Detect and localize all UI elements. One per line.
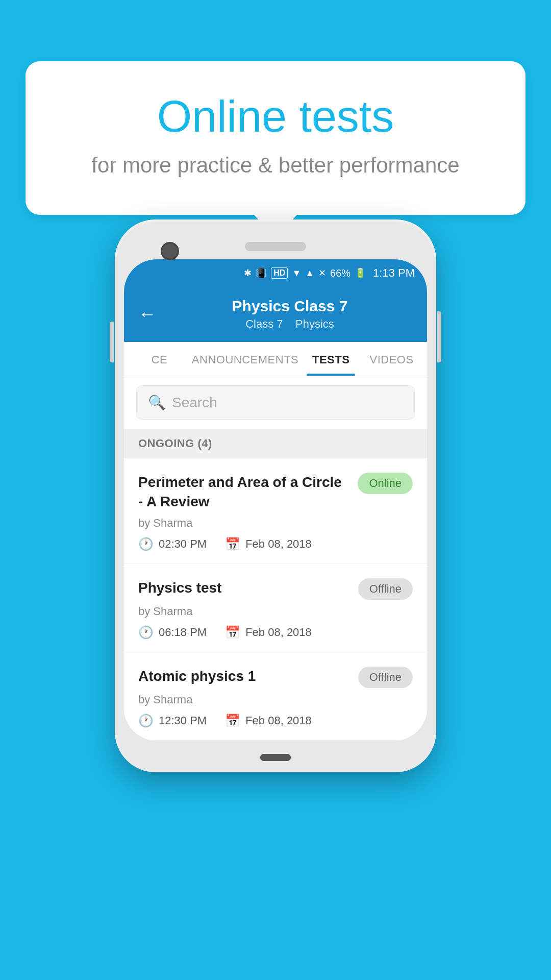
test-list: Perimeter and Area of a Circle - A Revie… bbox=[124, 458, 427, 741]
test-meta: 🕐 06:18 PM 📅 Feb 08, 2018 bbox=[138, 625, 413, 640]
test-title: Atomic physics 1 bbox=[138, 667, 358, 686]
app-bar-title: Physics Class 7 bbox=[167, 297, 413, 315]
test-time: 🕐 02:30 PM bbox=[138, 537, 207, 551]
status-time: 1:13 PM bbox=[373, 266, 415, 280]
phone-screen: ✱ 📳 HD ▼ ▲ ✕ 66% 🔋 1:13 PM ← Physics Cla… bbox=[124, 259, 427, 741]
tabs-bar: CE ANNOUNCEMENTS TESTS VIDEOS bbox=[124, 342, 427, 376]
signal-icon: ▲ bbox=[305, 268, 314, 279]
status-badge: Offline bbox=[358, 578, 413, 600]
phone-side-button-right bbox=[437, 311, 441, 362]
status-bar: ✱ 📳 HD ▼ ▲ ✕ 66% 🔋 1:13 PM bbox=[124, 259, 427, 286]
tab-announcements[interactable]: ANNOUNCEMENTS bbox=[190, 342, 300, 376]
back-button[interactable]: ← bbox=[138, 303, 157, 325]
app-bar-class: Class 7 bbox=[245, 317, 283, 330]
search-container: 🔍 Search bbox=[124, 376, 427, 429]
phone-home-button[interactable] bbox=[260, 754, 291, 761]
test-time: 🕐 06:18 PM bbox=[138, 625, 207, 640]
status-badge: Online bbox=[358, 473, 413, 494]
phone-mockup: ✱ 📳 HD ▼ ▲ ✕ 66% 🔋 1:13 PM ← Physics Cla… bbox=[115, 219, 436, 772]
speech-bubble: Online tests for more practice & better … bbox=[26, 61, 525, 215]
test-date-value: Feb 08, 2018 bbox=[245, 714, 312, 727]
calendar-icon: 📅 bbox=[225, 537, 240, 551]
test-date: 📅 Feb 08, 2018 bbox=[225, 714, 312, 728]
cross-icon: ✕ bbox=[318, 267, 326, 279]
bluetooth-icon: ✱ bbox=[244, 267, 252, 279]
app-bar: ← Physics Class 7 Class 7 Physics bbox=[124, 286, 427, 342]
status-icons: ✱ 📳 HD ▼ ▲ ✕ 66% 🔋 1:13 PM bbox=[244, 266, 415, 280]
test-time-value: 12:30 PM bbox=[159, 714, 207, 727]
test-item[interactable]: Perimeter and Area of a Circle - A Revie… bbox=[124, 458, 427, 564]
test-date-value: Feb 08, 2018 bbox=[245, 626, 312, 639]
section-header: ONGOING (4) bbox=[124, 429, 427, 458]
vibrate-icon: 📳 bbox=[256, 267, 267, 279]
battery-percent: 66% bbox=[330, 267, 350, 279]
status-badge: Offline bbox=[358, 667, 413, 688]
test-item[interactable]: Physics test Offline by Sharma 🕐 06:18 P… bbox=[124, 564, 427, 652]
search-bar[interactable]: 🔍 Search bbox=[136, 385, 415, 420]
calendar-icon: 📅 bbox=[225, 625, 240, 640]
bubble-subtitle: for more practice & better performance bbox=[56, 152, 495, 180]
bubble-title: Online tests bbox=[56, 92, 495, 141]
phone-camera bbox=[161, 242, 179, 260]
test-author: by Sharma bbox=[138, 517, 413, 530]
test-meta: 🕐 02:30 PM 📅 Feb 08, 2018 bbox=[138, 537, 413, 551]
test-time-value: 06:18 PM bbox=[159, 626, 207, 639]
app-bar-subtitle: Class 7 Physics bbox=[167, 317, 413, 331]
search-placeholder: Search bbox=[172, 395, 217, 411]
test-time-value: 02:30 PM bbox=[159, 537, 207, 551]
section-header-text: ONGOING (4) bbox=[138, 437, 212, 450]
test-time: 🕐 12:30 PM bbox=[138, 714, 207, 728]
calendar-icon: 📅 bbox=[225, 714, 240, 728]
tab-tests[interactable]: TESTS bbox=[300, 342, 361, 376]
app-bar-subject: Physics bbox=[295, 317, 334, 330]
hd-icon: HD bbox=[271, 267, 288, 279]
test-meta: 🕐 12:30 PM 📅 Feb 08, 2018 bbox=[138, 714, 413, 728]
test-date-value: Feb 08, 2018 bbox=[245, 537, 312, 551]
search-icon: 🔍 bbox=[148, 394, 166, 411]
test-date: 📅 Feb 08, 2018 bbox=[225, 625, 312, 640]
test-title: Physics test bbox=[138, 578, 358, 598]
test-date: 📅 Feb 08, 2018 bbox=[225, 537, 312, 551]
app-bar-title-block: Physics Class 7 Class 7 Physics bbox=[167, 297, 413, 331]
phone-side-button-left bbox=[110, 322, 114, 362]
clock-icon: 🕐 bbox=[138, 625, 154, 640]
test-title: Perimeter and Area of a Circle - A Revie… bbox=[138, 473, 358, 511]
wifi-icon: ▼ bbox=[292, 268, 301, 279]
test-author: by Sharma bbox=[138, 693, 413, 706]
tab-ce[interactable]: CE bbox=[129, 342, 190, 376]
clock-icon: 🕐 bbox=[138, 714, 154, 728]
battery-icon: 🔋 bbox=[355, 267, 366, 279]
phone-speaker bbox=[245, 242, 306, 251]
test-author: by Sharma bbox=[138, 605, 413, 618]
test-item[interactable]: Atomic physics 1 Offline by Sharma 🕐 12:… bbox=[124, 652, 427, 741]
tab-videos[interactable]: VIDEOS bbox=[361, 342, 422, 376]
clock-icon: 🕐 bbox=[138, 537, 154, 551]
